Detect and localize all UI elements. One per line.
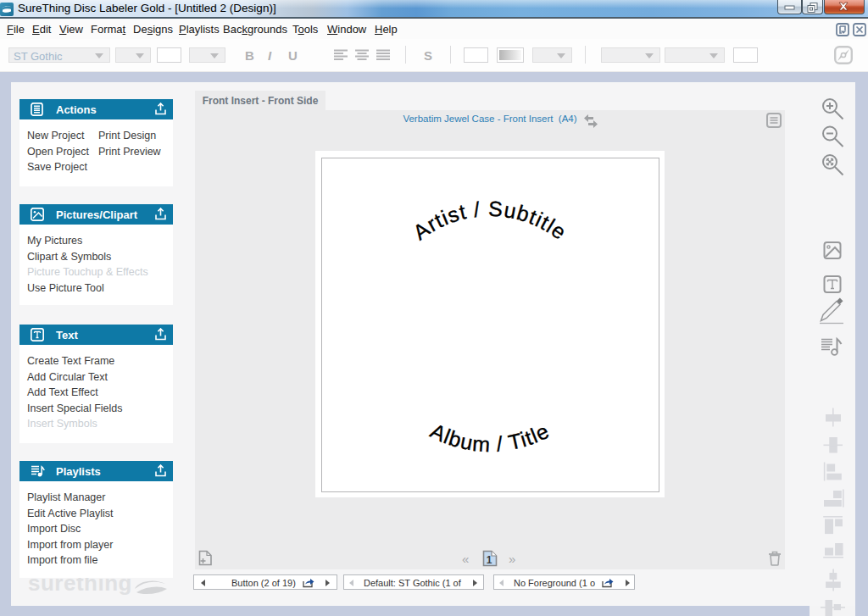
- svg-text:1: 1: [487, 554, 492, 566]
- svg-text:Artist / Subtitle: Artist / Subtitle: [409, 197, 571, 245]
- svg-text:Album / Title: Album / Title: [427, 419, 554, 457]
